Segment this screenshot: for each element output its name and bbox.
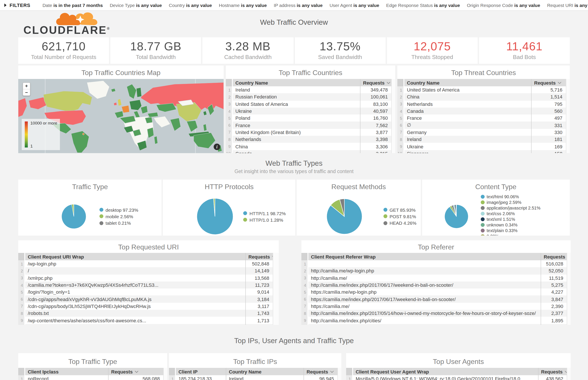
- filter-item[interactable]: Date is in the past 7 months: [42, 3, 103, 8]
- stat-value: 18.77 GB: [110, 40, 201, 53]
- table-row: 9http://camilia.me/index.php/cities/1,89…: [301, 317, 571, 324]
- filter-item[interactable]: Origin Response Code is any value: [467, 3, 540, 8]
- table-row: 2Russian Federation100,061: [226, 94, 395, 101]
- scrollbar-gutter[interactable]: [273, 267, 279, 275]
- column-header-requests[interactable]: Requests: [538, 368, 567, 375]
- scrollbar-gutter[interactable]: [566, 129, 570, 136]
- scrollbar-gutter[interactable]: [273, 317, 279, 324]
- scrollbar-gutter[interactable]: [273, 296, 279, 303]
- scrollbar-gutter[interactable]: [391, 114, 395, 122]
- legend-label: desktop 97.23%: [105, 207, 138, 212]
- scrollbar-gutter[interactable]: [391, 108, 395, 115]
- cell-value: /camilia.me?token=s3+7k6XQvKwzp5/4XSs4rh…: [25, 282, 245, 289]
- legend-dot: [481, 234, 485, 236]
- filter-item[interactable]: Country is any value: [169, 3, 212, 8]
- scrollbar-gutter[interactable]: [566, 143, 570, 150]
- info-icon[interactable]: i: [214, 144, 220, 150]
- filters-expand-icon[interactable]: [4, 3, 6, 7]
- scrollbar-gutter[interactable]: [391, 122, 395, 129]
- scrollbar-gutter[interactable]: [566, 86, 570, 94]
- scrollbar-gutter[interactable]: [273, 288, 279, 296]
- legend-dot: [384, 221, 387, 225]
- scrollbar-gutter[interactable]: [273, 282, 279, 289]
- scrollbar-gutter[interactable]: [567, 310, 571, 317]
- map-legend: 10000 or more 1: [22, 119, 60, 150]
- scrollbar-gutter[interactable]: [567, 324, 571, 325]
- scrollbar-gutter[interactable]: [273, 260, 279, 267]
- scrollbar-gutter[interactable]: [567, 253, 571, 260]
- scrollbar-gutter[interactable]: [337, 375, 341, 380]
- pie-chart: [61, 204, 86, 229]
- scrollbar-gutter[interactable]: [566, 79, 570, 86]
- filter-item[interactable]: Request URI is any value: [547, 3, 588, 8]
- scrollbar-gutter[interactable]: [566, 108, 570, 115]
- world-map[interactable]: + − 10000 or more 1 i: [18, 79, 224, 153]
- column-header-requests[interactable]: Requests: [304, 368, 337, 375]
- scrollbar-gutter[interactable]: [391, 143, 395, 150]
- legend-dot: [481, 195, 485, 199]
- scrollbar-gutter[interactable]: [391, 129, 395, 136]
- scrollbar-gutter[interactable]: [566, 150, 570, 153]
- scrollbar-gutter[interactable]: [567, 260, 571, 267]
- cell-requests: 11,519: [541, 274, 567, 282]
- column-header-label: Requests: [363, 80, 385, 85]
- scrollbar-gutter[interactable]: [391, 136, 395, 143]
- cell-requests: 2,377: [541, 310, 567, 317]
- filter-item[interactable]: Hostname is any value: [219, 3, 267, 8]
- column-header-requests[interactable]: Requests: [541, 253, 567, 260]
- scrollbar-gutter[interactable]: [273, 310, 279, 317]
- cell-value: ∅: [404, 122, 531, 129]
- map-region: [154, 116, 170, 128]
- filter-item[interactable]: User Agent is any value: [330, 3, 379, 8]
- scrollbar-gutter[interactable]: [273, 253, 279, 260]
- table-row: 2/14,149: [18, 267, 279, 275]
- scrollbar-gutter[interactable]: [391, 79, 395, 86]
- map-region: [114, 102, 117, 105]
- column-header-client-ipclass: Client Ipclass: [25, 368, 108, 375]
- legend-label: image/jpeg 2.59%: [487, 200, 521, 205]
- scrollbar-gutter[interactable]: [337, 368, 341, 375]
- column-header-requests[interactable]: Requests: [360, 79, 391, 86]
- scrollbar-gutter[interactable]: [163, 375, 167, 380]
- scrollbar-gutter[interactable]: [567, 267, 571, 275]
- scrollbar-gutter[interactable]: [391, 86, 395, 94]
- scrollbar-gutter[interactable]: [566, 122, 570, 129]
- scrollbar-gutter[interactable]: [567, 282, 571, 289]
- scrollbar-gutter[interactable]: [163, 368, 167, 375]
- scrollbar-gutter[interactable]: [566, 136, 570, 143]
- top-requested-uri-panel: Top Requested URI Client Request URI Wra…: [18, 240, 279, 325]
- scrollbar-gutter[interactable]: [567, 375, 571, 380]
- filter-field-label: Country: [169, 3, 186, 8]
- scrollbar-gutter[interactable]: [273, 324, 279, 325]
- scrollbar-gutter[interactable]: [566, 94, 570, 101]
- scrollbar-gutter[interactable]: [567, 303, 571, 310]
- scrollbar-gutter[interactable]: [566, 100, 570, 108]
- scrollbar-gutter[interactable]: [391, 100, 395, 108]
- scrollbar-gutter[interactable]: [567, 274, 571, 282]
- filters-label[interactable]: FILTERS: [10, 3, 30, 8]
- column-header-requests[interactable]: Requests: [108, 368, 163, 375]
- cell-value: http://camilia.me/index.php/about/: [308, 324, 541, 325]
- scrollbar-gutter[interactable]: [273, 274, 279, 282]
- column-header-requests[interactable]: Requests: [531, 79, 566, 86]
- pie-slice-other: [456, 205, 456, 216]
- row-number: 1: [346, 375, 353, 380]
- zoom-in-button[interactable]: +: [23, 83, 30, 89]
- scrollbar-gutter[interactable]: [391, 94, 395, 101]
- scrollbar-gutter[interactable]: [567, 296, 571, 303]
- zoom-out-button[interactable]: −: [23, 89, 30, 95]
- scrollbar-gutter[interactable]: [567, 288, 571, 296]
- row-number: 9: [18, 317, 25, 324]
- scrollbar-gutter[interactable]: [567, 368, 571, 375]
- filter-item[interactable]: IP address is any value: [274, 3, 323, 8]
- column-header-requests[interactable]: Requests: [245, 253, 273, 260]
- cell-requests: 9,014: [245, 288, 273, 296]
- cell-requests: 349,478: [360, 86, 391, 94]
- scrollbar-gutter[interactable]: [273, 303, 279, 310]
- filter-item[interactable]: Device Type is any value: [110, 3, 162, 8]
- cell-value: Mozilla/5.0 (Windows NT 6.1; WOW64; rv:1…: [353, 375, 538, 380]
- scrollbar-gutter[interactable]: [391, 150, 395, 153]
- scrollbar-gutter[interactable]: [566, 114, 570, 122]
- scrollbar-gutter[interactable]: [567, 317, 571, 324]
- filter-item[interactable]: Edge Response Status is any value: [386, 3, 460, 8]
